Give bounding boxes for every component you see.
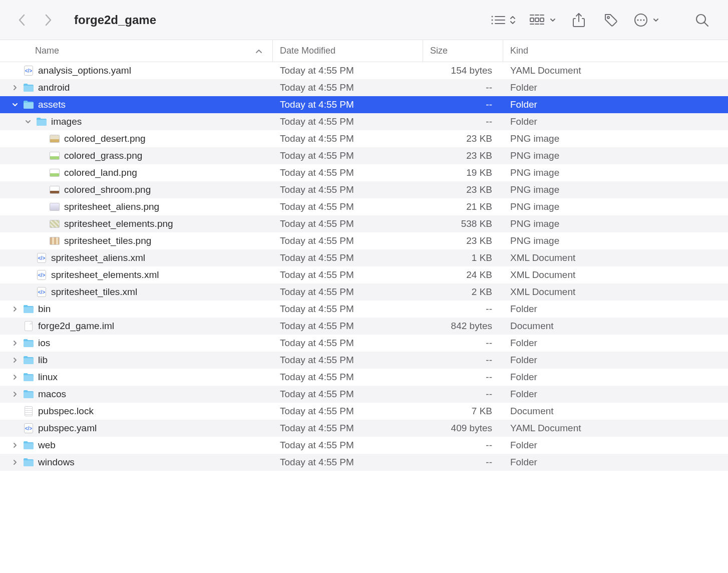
column-header-size[interactable]: Size — [423, 40, 503, 62]
code-document-icon: </> — [36, 286, 47, 298]
file-kind: Folder — [503, 338, 728, 349]
column-header-kind[interactable]: Kind — [503, 40, 728, 62]
name-cell: images — [0, 116, 273, 127]
file-size: 23 KB — [423, 184, 503, 195]
file-kind: Folder — [503, 372, 728, 383]
date-modified: Today at 4:55 PM — [273, 218, 423, 229]
disclosure-triangle[interactable] — [11, 441, 19, 449]
file-name: spritesheet_elements.xml — [51, 269, 159, 280]
file-kind: Folder — [503, 82, 728, 93]
file-size: -- — [423, 116, 503, 127]
forward-button[interactable] — [38, 10, 58, 30]
file-row[interactable]: colored_land.png Today at 4:55 PM 19 KB … — [0, 164, 728, 181]
view-list-button[interactable] — [491, 11, 516, 29]
column-label: Kind — [510, 46, 528, 56]
tags-button[interactable] — [602, 11, 620, 29]
action-menu-button[interactable] — [634, 11, 659, 29]
date-modified: Today at 4:55 PM — [273, 99, 423, 110]
file-row[interactable]: bin Today at 4:55 PM -- Folder — [0, 301, 728, 318]
file-row[interactable]: </> spritesheet_elements.xml Today at 4:… — [0, 266, 728, 283]
file-row[interactable]: web Today at 4:55 PM -- Folder — [0, 437, 728, 454]
file-row[interactable]: </> spritesheet_tiles.xml Today at 4:55 … — [0, 283, 728, 301]
file-size: 1 KB — [423, 252, 503, 263]
folder-icon — [23, 389, 34, 400]
image-icon — [49, 184, 60, 195]
disclosure-triangle[interactable] — [11, 458, 19, 466]
grid-group-icon — [530, 14, 545, 26]
disclosure-triangle[interactable] — [11, 305, 19, 313]
share-button[interactable] — [570, 11, 588, 29]
file-name: images — [51, 116, 82, 127]
name-cell: bin — [0, 304, 273, 315]
file-size: 19 KB — [423, 167, 503, 178]
disclosure-triangle[interactable] — [11, 101, 19, 109]
file-name: pubspec.yaml — [38, 423, 97, 434]
search-icon — [695, 13, 709, 27]
image-icon — [49, 201, 60, 212]
file-kind: XML Document — [503, 286, 728, 298]
file-row[interactable]: macos Today at 4:55 PM -- Folder — [0, 386, 728, 403]
file-row[interactable]: linux Today at 4:55 PM -- Folder — [0, 369, 728, 386]
column-header-date[interactable]: Date Modified — [273, 40, 423, 62]
file-row[interactable]: </> spritesheet_aliens.xml Today at 4:55… — [0, 249, 728, 266]
file-size: -- — [423, 389, 503, 400]
name-cell: spritesheet_elements.png — [0, 218, 273, 229]
file-row[interactable]: spritesheet_elements.png Today at 4:55 P… — [0, 215, 728, 232]
name-cell: pubspec.lock — [0, 406, 273, 417]
svg-point-20 — [643, 19, 644, 21]
file-size: 538 KB — [423, 218, 503, 229]
file-kind: Folder — [503, 457, 728, 468]
file-row[interactable]: colored_grass.png Today at 4:55 PM 23 KB… — [0, 147, 728, 164]
column-header-name[interactable]: Name — [0, 40, 273, 62]
file-row[interactable]: android Today at 4:55 PM -- Folder — [0, 79, 728, 96]
file-row[interactable]: colored_shroom.png Today at 4:55 PM 23 K… — [0, 181, 728, 198]
file-name: ios — [38, 338, 50, 349]
file-row[interactable]: windows Today at 4:55 PM -- Folder — [0, 454, 728, 471]
disclosure-triangle[interactable] — [11, 356, 19, 364]
name-cell: </> spritesheet_aliens.xml — [0, 252, 273, 263]
file-row[interactable]: </> analysis_options.yaml Today at 4:55 … — [0, 62, 728, 79]
search-button[interactable] — [693, 11, 711, 29]
file-row[interactable]: ios Today at 4:55 PM -- Folder — [0, 335, 728, 352]
file-name: spritesheet_elements.png — [64, 218, 173, 229]
file-kind: Folder — [503, 116, 728, 127]
file-kind: Folder — [503, 99, 728, 110]
disclosure-triangle[interactable] — [11, 84, 19, 92]
file-row[interactable]: spritesheet_aliens.png Today at 4:55 PM … — [0, 198, 728, 215]
file-list[interactable]: </> analysis_options.yaml Today at 4:55 … — [0, 62, 728, 471]
svg-rect-7 — [535, 18, 539, 22]
back-button[interactable] — [12, 10, 32, 30]
chevron-left-icon — [18, 13, 27, 27]
file-row[interactable]: colored_desert.png Today at 4:55 PM 23 K… — [0, 130, 728, 147]
file-row[interactable]: pubspec.lock Today at 4:55 PM 7 KB Docum… — [0, 403, 728, 420]
tag-icon — [604, 13, 618, 27]
file-row[interactable]: assets Today at 4:55 PM -- Folder — [0, 96, 728, 113]
file-size: -- — [423, 372, 503, 383]
disclosure-triangle[interactable] — [11, 390, 19, 398]
disclosure-triangle[interactable] — [11, 373, 19, 381]
file-name: colored_shroom.png — [64, 184, 151, 195]
window-title: forge2d_game — [74, 13, 156, 27]
svg-point-16 — [607, 17, 609, 19]
file-row[interactable]: spritesheet_tiles.png Today at 4:55 PM 2… — [0, 232, 728, 249]
group-by-button[interactable] — [530, 11, 556, 29]
name-cell: assets — [0, 99, 273, 110]
image-icon — [49, 218, 60, 229]
file-row[interactable]: images Today at 4:55 PM -- Folder — [0, 113, 728, 130]
file-size: 842 bytes — [423, 321, 503, 332]
name-cell: colored_desert.png — [0, 133, 273, 144]
folder-icon — [23, 440, 34, 451]
file-name: pubspec.lock — [38, 406, 94, 417]
image-icon — [49, 167, 60, 178]
file-row[interactable]: </> pubspec.yaml Today at 4:55 PM 409 by… — [0, 420, 728, 437]
date-modified: Today at 4:55 PM — [273, 201, 423, 212]
up-down-chevron-icon — [510, 15, 516, 25]
file-size: 2 KB — [423, 286, 503, 298]
file-row[interactable]: forge2d_game.iml Today at 4:55 PM 842 by… — [0, 318, 728, 335]
file-size: -- — [423, 338, 503, 349]
file-name: spritesheet_tiles.png — [64, 235, 151, 246]
disclosure-triangle[interactable] — [11, 339, 19, 347]
file-row[interactable]: lib Today at 4:55 PM -- Folder — [0, 352, 728, 369]
disclosure-triangle[interactable] — [24, 118, 32, 126]
file-size: -- — [423, 457, 503, 468]
